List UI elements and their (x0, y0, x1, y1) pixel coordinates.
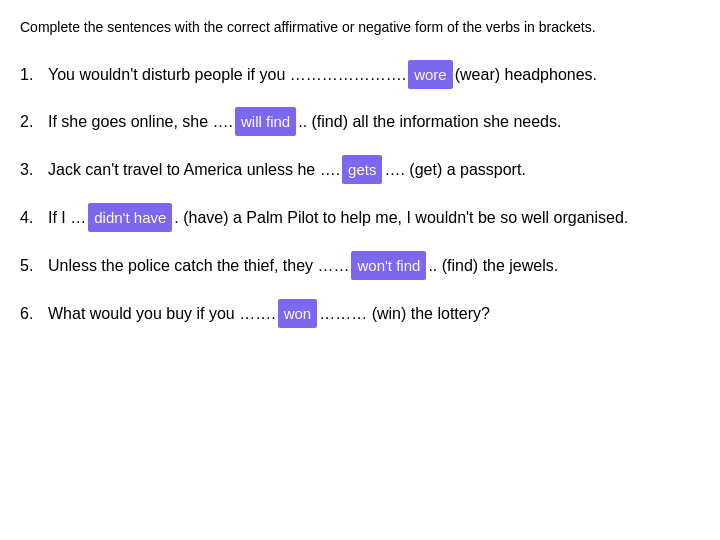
sentence-text: What would you buy if you ……. won ……… (w… (48, 299, 490, 329)
item-number: 5. (20, 253, 48, 279)
list-item: 3.Jack can't travel to America unless he… (20, 155, 700, 185)
sentence-text: Jack can't travel to America unless he …… (48, 155, 526, 185)
answer-highlight: gets (342, 155, 382, 184)
sentence-before: If she goes online, she …. (48, 108, 233, 137)
item-number: 6. (20, 301, 48, 327)
instruction-text: Complete the sentences with the correct … (20, 18, 700, 38)
main-container: Complete the sentences with the correct … (0, 0, 720, 364)
sentence-after: …. (get) a passport. (384, 156, 525, 185)
answer-highlight: didn't have (88, 203, 172, 232)
item-number: 1. (20, 62, 48, 88)
sentence-before: Unless the police catch the thief, they … (48, 252, 349, 281)
item-number: 2. (20, 109, 48, 135)
sentence-after: ……… (win) the lottery? (319, 300, 490, 329)
item-number: 3. (20, 157, 48, 183)
list-item: 1.You wouldn't disturb people if you ………… (20, 60, 700, 90)
list-item: 2.If she goes online, she …. will find .… (20, 107, 700, 137)
sentence-after: .. (find) the jewels. (428, 252, 558, 281)
list-item: 6.What would you buy if you ……. won ……… … (20, 299, 700, 329)
list-item: 4.If I … didn't have . (have) a Palm Pil… (20, 203, 700, 233)
sentence-text: You wouldn't disturb people if you ……………… (48, 60, 597, 90)
sentence-after: (wear) headphones. (455, 61, 597, 90)
answer-highlight: will find (235, 107, 296, 136)
answer-highlight: won't find (351, 251, 426, 280)
sentence-text: If she goes online, she …. will find .. … (48, 107, 561, 137)
sentence-before: You wouldn't disturb people if you ……………… (48, 61, 406, 90)
sentence-text: Unless the police catch the thief, they … (48, 251, 558, 281)
sentence-before: What would you buy if you ……. (48, 300, 276, 329)
answer-highlight: won (278, 299, 318, 328)
answer-highlight: wore (408, 60, 453, 89)
sentence-after: . (have) a Palm Pilot to help me, I woul… (174, 204, 628, 233)
sentence-before: If I … (48, 204, 86, 233)
sentence-list: 1.You wouldn't disturb people if you ………… (20, 60, 700, 329)
sentence-after: .. (find) all the information she needs. (298, 108, 561, 137)
item-number: 4. (20, 205, 48, 231)
sentence-before: Jack can't travel to America unless he …… (48, 156, 340, 185)
sentence-text: If I … didn't have . (have) a Palm Pilot… (48, 203, 628, 233)
list-item: 5.Unless the police catch the thief, the… (20, 251, 700, 281)
